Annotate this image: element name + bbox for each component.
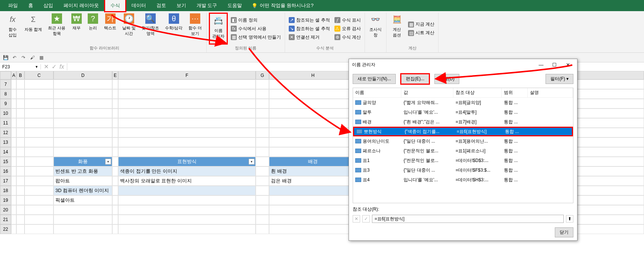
cell[interactable]: [25, 205, 54, 215]
cell[interactable]: [11, 137, 16, 147]
cell[interactable]: [25, 215, 54, 224]
collapse-icon[interactable]: ⬆: [566, 215, 573, 223]
show-formulas-button[interactable]: 𝑓수식 표시: [333, 17, 362, 24]
cell[interactable]: [256, 205, 269, 215]
cell[interactable]: [112, 99, 118, 108]
tell-me[interactable]: 💡 어떤 작업을 원하시나요?: [252, 2, 313, 9]
cell[interactable]: 표현방식▼: [118, 157, 256, 166]
evaluate-button[interactable]: ⊛수식 계산: [333, 34, 362, 41]
cell[interactable]: [54, 137, 112, 147]
maximize-button[interactable]: ☐: [548, 60, 561, 69]
use-in-formula-button[interactable]: fx수식에서 사용: [229, 25, 282, 32]
cell[interactable]: [256, 166, 269, 176]
calc-options-button[interactable]: 🧮계산 옵션: [389, 13, 405, 45]
trace-prec-button[interactable]: ↗참조되는 셀 추적: [287, 17, 331, 24]
cell[interactable]: [112, 108, 118, 118]
more-button[interactable]: ⋯함수 더 보기: [186, 13, 204, 45]
col-header[interactable]: F: [118, 71, 256, 80]
cell[interactable]: 흰 배경: [269, 166, 357, 176]
select-all-corner[interactable]: [0, 71, 11, 80]
cell[interactable]: [11, 176, 16, 186]
col-header[interactable]: A: [11, 71, 16, 80]
row-header[interactable]: 17: [0, 176, 11, 186]
cell[interactable]: [269, 108, 357, 118]
edit-name-button[interactable]: 편집(E)...: [400, 73, 430, 85]
name-list-row[interactable]: 페르소나 {"전문적인 블로... =표1[페르소나] 통합 ...: [353, 146, 573, 156]
cell[interactable]: [118, 186, 256, 195]
cell[interactable]: [118, 147, 256, 157]
cell[interactable]: [16, 157, 25, 166]
cell[interactable]: [54, 128, 112, 137]
brush-icon[interactable]: 🖌: [29, 54, 36, 61]
autosum-button[interactable]: Σ자동 합계: [22, 13, 44, 45]
cancel-icon[interactable]: ✕: [353, 215, 360, 223]
cell[interactable]: [11, 147, 16, 157]
cell[interactable]: [11, 224, 16, 234]
close-dialog-button[interactable]: 닫기: [555, 227, 573, 237]
cell[interactable]: [112, 157, 118, 166]
cell[interactable]: [25, 147, 54, 157]
list-col-scope[interactable]: 범위: [502, 88, 528, 97]
cell[interactable]: [256, 108, 269, 118]
cell[interactable]: [25, 195, 54, 205]
name-list-row[interactable]: 배경 {"흰 배경";"검은 ... =표7[배경] 통합 ...: [353, 117, 573, 127]
error-check-button[interactable]: ⚠오류 검사: [333, 25, 362, 32]
cell[interactable]: [54, 118, 112, 128]
cell[interactable]: [25, 80, 54, 89]
cell[interactable]: [25, 157, 54, 166]
cell[interactable]: [16, 205, 25, 215]
cell[interactable]: [11, 99, 16, 108]
cell[interactable]: [112, 80, 118, 89]
col-header[interactable]: D: [54, 71, 112, 80]
col-header[interactable]: E: [112, 71, 118, 80]
cell[interactable]: [25, 224, 54, 234]
cell[interactable]: [54, 108, 112, 118]
delete-name-button[interactable]: 삭제(D): [434, 74, 459, 84]
cell[interactable]: [118, 215, 256, 224]
cell[interactable]: [118, 224, 256, 234]
cell[interactable]: [25, 186, 54, 195]
cell[interactable]: [256, 147, 269, 157]
cell[interactable]: [256, 80, 269, 89]
cell[interactable]: [112, 118, 118, 128]
cell[interactable]: [118, 118, 256, 128]
cell[interactable]: [16, 137, 25, 147]
cell[interactable]: [11, 108, 16, 118]
row-header[interactable]: 19: [0, 195, 11, 205]
define-name-button[interactable]: ◧이름 정의: [229, 17, 282, 24]
cell[interactable]: [16, 108, 25, 118]
tab-view[interactable]: 보기: [171, 0, 191, 11]
cell[interactable]: [269, 80, 357, 89]
cell[interactable]: [25, 89, 54, 99]
cell[interactable]: [54, 224, 112, 234]
cell[interactable]: [112, 195, 118, 205]
cell[interactable]: [269, 215, 357, 224]
cell[interactable]: 색종이 접기를 만든 이미지: [118, 166, 256, 176]
datetime-button[interactable]: 🕐날짜 및 시간: [120, 13, 138, 45]
name-list-row[interactable]: 뽀현방식 {"색종이 접기를... =표6[표현방식] 통합 ...: [353, 127, 573, 136]
row-header[interactable]: 21: [0, 215, 11, 224]
cell[interactable]: [112, 147, 118, 157]
cell[interactable]: [256, 186, 269, 195]
cell[interactable]: [269, 186, 357, 195]
col-header[interactable]: C: [25, 71, 54, 80]
row-header[interactable]: 7: [0, 80, 11, 89]
cell[interactable]: 팝아트: [54, 176, 112, 186]
cell[interactable]: [11, 215, 16, 224]
cell[interactable]: [25, 176, 54, 186]
fx-icon[interactable]: fx: [59, 64, 64, 70]
cell[interactable]: [118, 137, 256, 147]
save-icon[interactable]: 💾: [2, 54, 9, 61]
cell[interactable]: [16, 166, 25, 176]
calc-sheet-button[interactable]: ▤시트 계산: [407, 29, 436, 36]
trace-dep-button[interactable]: ↘참조하는 셀 추적: [287, 25, 331, 32]
table-icon[interactable]: ▦: [38, 54, 45, 61]
name-box[interactable]: F23▼: [0, 64, 41, 69]
cell[interactable]: [16, 195, 25, 205]
tab-layout[interactable]: 페이지 레이아웃: [58, 0, 104, 11]
cell[interactable]: 빈센트 반 고흐 화풍: [54, 166, 112, 176]
tab-dev[interactable]: 개발 도구: [191, 0, 223, 11]
cell[interactable]: [269, 195, 357, 205]
cell[interactable]: [25, 108, 54, 118]
cell[interactable]: [16, 224, 25, 234]
